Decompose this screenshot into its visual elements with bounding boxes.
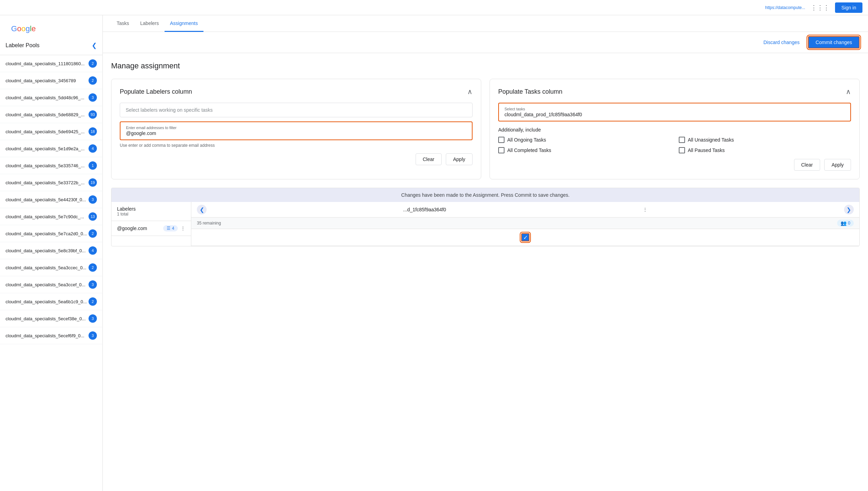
task-badge-icon: ☰ (167, 226, 170, 231)
sidebar-item-name: cloudml_data_specialists_5de68829_... (6, 112, 89, 117)
labelers-panel-title: Populate Labelers column ∧ (120, 87, 473, 96)
checkbox-row[interactable]: All Ongoing Tasks (498, 137, 670, 143)
sidebar-item-badge: 4 (89, 246, 97, 255)
sign-in-button[interactable]: Sign in (835, 2, 862, 13)
tasks-select-label: Select tasks (504, 107, 845, 111)
task-assignment-cell: ✓ (191, 229, 859, 246)
sidebar-item[interactable]: cloudml_data_specialists_5dd48c96_... 3 (0, 89, 102, 106)
checkbox-box[interactable] (498, 147, 504, 153)
task-count-badge: ☰ 4 (163, 225, 178, 231)
sidebar-item[interactable]: cloudml_data_specialists_111801860... 2 (0, 55, 102, 72)
sidebar-item-name: cloudml_data_specialists_5e33722b_... (6, 180, 89, 185)
sidebar-header: Labeler Pools ❮ (0, 36, 102, 55)
sidebar-item-badge: 2 (89, 297, 97, 306)
checkbox-row[interactable]: All Completed Tasks (498, 147, 670, 153)
commit-changes-button[interactable]: Commit changes (808, 36, 860, 49)
table-row: @google.com ☰ 4 ⋮ (111, 221, 191, 236)
sidebar-item[interactable]: cloudml_data_specialists_5e7ca2d0_0... 2 (0, 225, 102, 242)
tasks-select-input[interactable]: Select tasks cloudml_data_prod_1fc85f9aa… (498, 103, 851, 121)
sidebar-item-badge: 19 (89, 178, 97, 187)
tasks-panel-title-text: Populate Tasks column (498, 88, 562, 95)
labeler-cell: @google.com ☰ 4 ⋮ (111, 221, 191, 236)
checkbox-box[interactable] (679, 147, 685, 153)
sidebar-item-badge: 2 (89, 76, 97, 85)
sidebar-chevron-icon[interactable]: ❮ (92, 42, 97, 49)
tab-labelers[interactable]: Labelers (135, 16, 165, 32)
labelers-search-placeholder: Select labelers working on specific task… (126, 107, 213, 113)
checkbox-label: All Paused Tasks (688, 147, 725, 153)
sidebar-item[interactable]: cloudml_data_specialists_5ea6b1c9_0... 2 (0, 293, 102, 310)
additionally-include-label: Additionally, include (498, 127, 851, 133)
checkbox-row[interactable]: All Paused Tasks (679, 147, 851, 153)
task-assignment-checkbox[interactable]: ✓ (521, 233, 529, 242)
tasks-collapse-icon[interactable]: ∧ (846, 87, 851, 96)
sidebar-item[interactable]: cloudml_data_specialists_5e8c39bf_0... 4 (0, 242, 102, 259)
tasks-panel-actions: Clear Apply (498, 159, 851, 171)
sidebar-item-badge: 3 (89, 93, 97, 102)
task-col-subheader: 35 remaining 👥 0 (191, 218, 859, 229)
labelers-col-title: Labelers (117, 206, 185, 212)
assignment-section: Changes have been made to the Assignment… (111, 188, 860, 246)
sidebar-item[interactable]: cloudml_data_specialists_5de68829_... 93 (0, 106, 102, 123)
discard-changes-button[interactable]: Discard changes (759, 37, 804, 48)
task-assignment-row: ✓ (191, 229, 859, 246)
email-filter-input[interactable]: Enter email addresses to filter @google.… (120, 121, 473, 140)
task-col-name: ...d_1fc85f9aa364f0 (403, 207, 446, 212)
email-filter-label: Enter email addresses to filter (126, 126, 466, 130)
sidebar-item-badge: 2 (89, 229, 97, 238)
sidebar-item[interactable]: cloudml_data_specialists_5ea3ccef_0... 3 (0, 276, 102, 293)
task-col-dots-icon[interactable]: ⋮ (643, 207, 648, 212)
topbar-link[interactable]: https://datacompute... (765, 5, 805, 10)
sidebar-item[interactable]: cloudml_data_specialists_5e44230f_0... 3 (0, 191, 102, 208)
tasks-panel: Populate Tasks column ∧ Select tasks clo… (490, 79, 860, 179)
tasks-apply-button[interactable]: Apply (824, 159, 851, 171)
action-bar: Discard changes Commit changes (103, 32, 868, 53)
page-title: Manage assignment (111, 61, 860, 70)
sidebar-item-name: cloudml_data_specialists_5e7ca2d0_0... (6, 231, 89, 236)
people-icon: 👥 (841, 220, 846, 226)
labelers-col-count: 1 total (117, 212, 185, 217)
tabs-bar: Tasks Labelers Assignments (103, 15, 868, 32)
checkbox-box[interactable] (679, 137, 685, 143)
labelers-clear-button[interactable]: Clear (416, 153, 442, 165)
main-content: Tasks Labelers Assignments Discard chang… (103, 15, 868, 491)
sidebar-item-name: cloudml_data_specialists_5e335746_... (6, 163, 89, 168)
tasks-select-value: cloudml_data_prod_1fc85f9aa364f0 (504, 112, 845, 117)
sidebar-item[interactable]: cloudml_data_specialists_3456789 2 (0, 72, 102, 89)
labelers-panel-title-text: Populate Labelers column (120, 88, 192, 95)
labelers-apply-button[interactable]: Apply (446, 153, 473, 165)
checkbox-row[interactable]: All Unassigned Tasks (679, 137, 851, 143)
sidebar-item[interactable]: cloudml_data_specialists_5e7c90dc_... 13 (0, 208, 102, 225)
sidebar-item[interactable]: cloudml_data_specialists_5ea3ccec_0... 2 (0, 259, 102, 276)
sidebar-item-name: cloudml_data_specialists_5ecef38e_0... (6, 316, 89, 321)
tab-assignments[interactable]: Assignments (165, 16, 203, 32)
sidebar-item-name: cloudml_data_specialists_5ea3ccef_0... (6, 282, 89, 287)
assigned-count: 0 (848, 221, 850, 226)
sidebar-item-badge: 18 (89, 127, 97, 136)
sidebar-item-badge: 3 (89, 280, 97, 289)
task-col-header: ❮ ...d_1fc85f9aa364f0 ⋮ ❯ (191, 202, 859, 218)
sidebar-item-name: cloudml_data_specialists_111801860... (6, 61, 89, 66)
sidebar-item[interactable]: cloudml_data_specialists_5e1d9e2a_... 4 (0, 140, 102, 157)
tasks-clear-button[interactable]: Clear (794, 159, 820, 171)
labeler-row-dots-icon[interactable]: ⋮ (181, 226, 185, 231)
nav-prev-icon[interactable]: ❮ (197, 205, 207, 214)
sidebar-item[interactable]: cloudml_data_specialists_5ecef38e_0... 3 (0, 310, 102, 327)
tab-tasks[interactable]: Tasks (111, 16, 135, 32)
sidebar-item-badge: 13 (89, 212, 97, 221)
labelers-panel-actions: Clear Apply (120, 153, 473, 165)
sidebar-item-badge: 93 (89, 110, 97, 119)
sidebar-item-name: cloudml_data_specialists_5e7c90dc_... (6, 214, 89, 219)
checkboxes-grid: All Ongoing Tasks All Unassigned Tasks A… (498, 137, 851, 153)
sidebar-item[interactable]: cloudml_data_specialists_5e33722b_... 19 (0, 174, 102, 191)
sidebar-item[interactable]: cloudml_data_specialists_5ecef6f9_0... 3 (0, 327, 102, 344)
labelers-collapse-icon[interactable]: ∧ (467, 87, 473, 96)
checkbox-box[interactable] (498, 137, 504, 143)
nav-next-icon[interactable]: ❯ (844, 205, 854, 214)
labelers-search-input[interactable]: Select labelers working on specific task… (120, 103, 473, 117)
sidebar-item[interactable]: cloudml_data_specialists_5de69425_... 18 (0, 123, 102, 140)
labelers-col-header: Labelers 1 total (111, 202, 191, 221)
sidebar-item[interactable]: cloudml_data_specialists_5e335746_... 1 (0, 157, 102, 174)
apps-grid-icon[interactable]: ⋮⋮⋮ (811, 4, 829, 11)
tasks-column: ❮ ...d_1fc85f9aa364f0 ⋮ ❯ 35 remaining 👥… (191, 202, 859, 246)
